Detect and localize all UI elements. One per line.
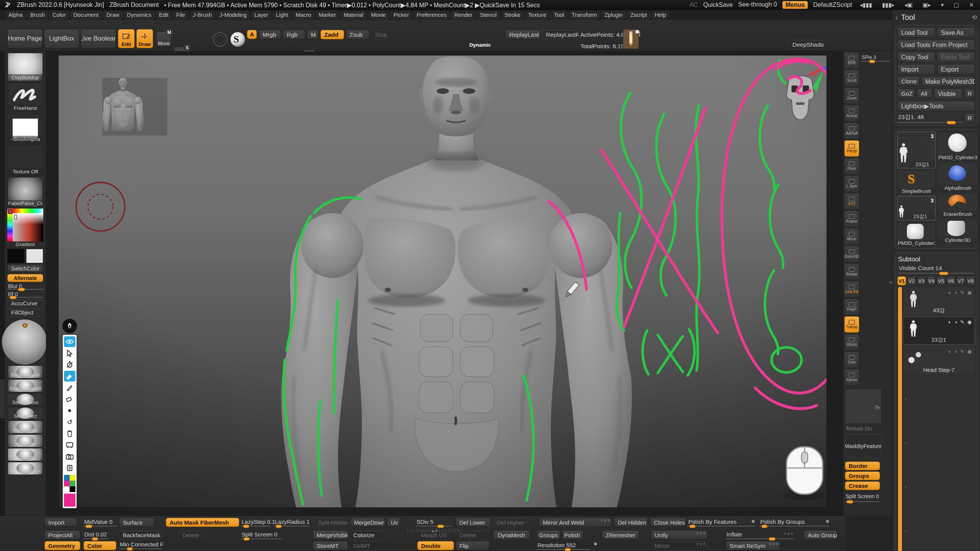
right-tray-toggle-icon[interactable]: ▮▮▮▸ bbox=[880, 2, 897, 8]
current-material-icon[interactable]: S bbox=[230, 32, 245, 47]
menu-item[interactable]: File bbox=[173, 11, 188, 19]
palette-green[interactable] bbox=[70, 481, 75, 486]
undo-icon[interactable]: ↺ bbox=[64, 417, 75, 427]
split-screen-strip-slider[interactable]: Split Screen 0 bbox=[845, 493, 879, 502]
groups-button[interactable]: Groups bbox=[845, 471, 880, 480]
gradient-label[interactable]: Gradient bbox=[5, 241, 46, 247]
variant-tab[interactable]: V6 bbox=[947, 276, 956, 285]
fillobject-button[interactable]: FillObject bbox=[7, 309, 43, 316]
current-alpha-icon[interactable] bbox=[213, 32, 227, 47]
edit-button[interactable]: Edit bbox=[118, 29, 135, 48]
eraserbrush-thumb[interactable]: EraserBrush bbox=[937, 193, 978, 217]
zsub-button[interactable]: Zsub bbox=[346, 30, 369, 39]
auto-mask-fibermesh-button[interactable]: Auto Mask FiberMesh bbox=[166, 518, 239, 527]
right-shelf-button[interactable]: XYZ bbox=[844, 193, 859, 210]
double-button[interactable]: Double bbox=[417, 541, 454, 550]
unify-button[interactable]: Unifyx y z bbox=[651, 530, 707, 540]
sdiv-slider[interactable]: SDiv 5 bbox=[416, 518, 452, 527]
menu-item[interactable]: Stencil bbox=[477, 11, 500, 19]
current-texture-thumb[interactable]: Texture Off bbox=[8, 145, 43, 175]
paste-tool-button[interactable]: Paste Tool bbox=[937, 52, 975, 62]
simplebrush-thumb[interactable]: S SimpleBrush bbox=[897, 170, 936, 194]
del-lower-button[interactable]: Del Lower bbox=[456, 518, 491, 527]
rf-slider[interactable]: Rf 0 bbox=[7, 291, 43, 298]
right-shelf-button[interactable]: L.Sym bbox=[844, 175, 859, 192]
export-button[interactable]: Export bbox=[937, 64, 975, 75]
menu-item[interactable]: Movie bbox=[368, 11, 389, 19]
merge-visible-button[interactable]: MergeVisible bbox=[313, 530, 348, 540]
subtool-header[interactable]: Subtool bbox=[897, 255, 975, 265]
menu-item[interactable]: Alpha bbox=[5, 11, 26, 19]
shelf-small-item[interactable]: BasicMaterial bbox=[8, 365, 43, 378]
flip-button[interactable]: Flip bbox=[456, 541, 489, 550]
save-as-button[interactable]: Save As bbox=[937, 28, 975, 38]
menu-item[interactable]: J-Brush bbox=[190, 11, 215, 19]
mask-by-feature-button[interactable]: MaskByFeature bbox=[845, 434, 882, 458]
draw-button[interactable]: Draw bbox=[136, 29, 153, 48]
cursor-icon[interactable] bbox=[64, 348, 75, 359]
del-hidden-button[interactable]: Del Hidden bbox=[614, 518, 648, 527]
palette-blue[interactable] bbox=[64, 475, 70, 481]
surface-button[interactable]: Surface bbox=[119, 518, 154, 527]
right-shelf-button[interactable]: Transp bbox=[844, 316, 859, 333]
menu-item[interactable]: Brush bbox=[27, 11, 48, 19]
m-button[interactable]: M bbox=[307, 30, 318, 39]
geometry-button[interactable]: Geometry bbox=[44, 541, 80, 550]
lightbox-tools-button[interactable]: Lightbox▶Tools bbox=[897, 101, 975, 111]
palette-yellow[interactable] bbox=[70, 475, 75, 481]
menu-item[interactable]: Layer bbox=[252, 11, 271, 19]
document-canvas[interactable] bbox=[58, 55, 827, 508]
texture-on-label[interactable]: Texture On bbox=[846, 425, 892, 432]
store-mt-button[interactable]: StoreMT bbox=[313, 541, 348, 550]
polish-by-groups-slider[interactable]: Polish By Groups bbox=[760, 518, 829, 527]
mirror-bottom-button[interactable]: Mirrorx y z bbox=[651, 541, 707, 550]
variant-tab[interactable]: V8 bbox=[966, 276, 975, 285]
del-higher-button[interactable]: Del Higher bbox=[493, 518, 527, 527]
alternate-button[interactable]: Alternate bbox=[7, 274, 43, 282]
delete-left-button[interactable]: Delete bbox=[179, 530, 206, 540]
see-through-slider[interactable]: See-through 0 bbox=[738, 1, 777, 9]
menus-button[interactable]: Menus bbox=[782, 1, 808, 9]
blur-slider[interactable]: Blur 0 bbox=[7, 283, 43, 290]
subtool-row-head[interactable]: ◐ ◑ ✎ ◉ Head Step-7 bbox=[903, 346, 975, 374]
accucurve-button[interactable]: AccuCurve bbox=[7, 300, 43, 307]
right-shelf-button[interactable]: Solo bbox=[844, 351, 859, 368]
smart-resym-button[interactable]: Smart ReSymx y z bbox=[726, 541, 780, 550]
subtool-empty-list[interactable] bbox=[903, 375, 975, 551]
shelf-small-item[interactable]: SmoothValleys bbox=[8, 462, 43, 475]
alphabrush-thumb[interactable]: AlphaBrush bbox=[937, 162, 978, 191]
left-tray-edge[interactable] bbox=[0, 51, 5, 515]
backface-mask-button[interactable]: BackfaceMask bbox=[119, 530, 162, 540]
uv-button[interactable]: Uv bbox=[387, 518, 400, 527]
right-shelf-button[interactable]: Rotate bbox=[844, 263, 859, 280]
tray-collapse-icon[interactable]: ‹ bbox=[895, 13, 898, 22]
dist-slider[interactable]: Dist 0.02 bbox=[83, 531, 109, 540]
polish-by-features-slider[interactable]: Polish By Features bbox=[688, 518, 755, 527]
subtool-row-23-selected[interactable]: ◐ ◑ ✎ ◉ 23강1 bbox=[903, 316, 975, 345]
border-button[interactable]: Border bbox=[845, 461, 880, 470]
split-screen-bottom-slider[interactable]: Split Screen 0 bbox=[241, 531, 283, 540]
quicksave-button[interactable]: QuickSave bbox=[703, 2, 733, 8]
mirror-and-weld-button[interactable]: Mirror And Weldx y z bbox=[539, 518, 612, 527]
import-button[interactable]: Import bbox=[897, 64, 935, 75]
current-brush-thumb[interactable]: ClayBuildup bbox=[8, 53, 43, 81]
secondary-color-swatch[interactable] bbox=[26, 249, 43, 263]
prev-doc-icon[interactable]: ◂▣ bbox=[902, 2, 915, 8]
marker-icon[interactable] bbox=[64, 371, 75, 381]
trash-icon[interactable] bbox=[64, 428, 75, 439]
r-button[interactable]: R bbox=[964, 89, 975, 98]
menu-item[interactable]: Tool bbox=[551, 11, 567, 19]
move-button[interactable]: MMove bbox=[156, 31, 172, 47]
minimize-icon[interactable]: ▾ bbox=[939, 2, 946, 8]
cylinder3d-thumb[interactable]: Cylinder3D bbox=[937, 219, 978, 243]
restore-icon[interactable]: ▢ bbox=[951, 2, 961, 8]
left-scroll-hatch[interactable] bbox=[0, 380, 5, 418]
dynamesh-button[interactable]: DynaMesh bbox=[493, 530, 530, 540]
min-connected-slider[interactable]: Min Connected F bbox=[119, 541, 162, 549]
color-button[interactable]: Color bbox=[83, 541, 116, 550]
right-shelf-button[interactable]: Line Fill bbox=[844, 281, 859, 298]
menu-item[interactable]: Render bbox=[451, 11, 475, 19]
current-alpha-thumb[interactable]: ~BrushAlpha bbox=[8, 114, 43, 143]
subtool-row-43[interactable]: ◐ ◑ ✎ ◉ 43강 bbox=[903, 287, 975, 315]
next-doc-icon[interactable]: ▣▸ bbox=[920, 2, 933, 8]
